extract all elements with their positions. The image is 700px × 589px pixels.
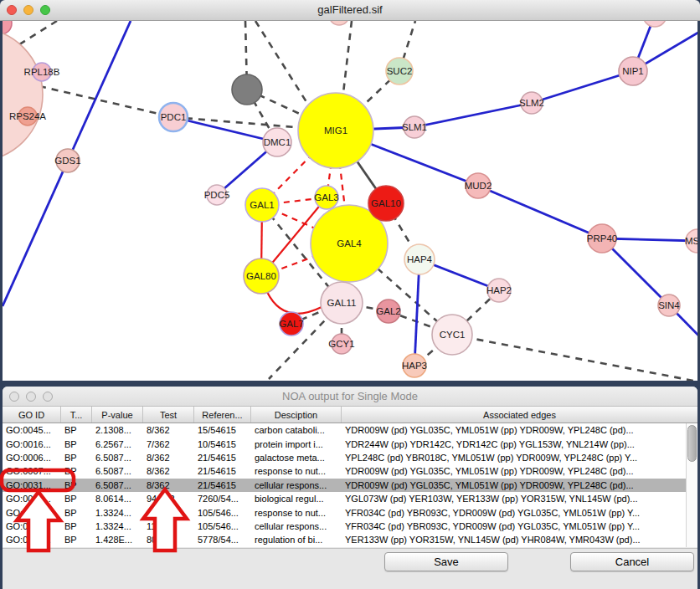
table-row[interactable]: GO:0031...BP1.3324...11/362105/546...cel… bbox=[3, 520, 697, 533]
cell-ref: 5778/54... bbox=[194, 535, 251, 545]
network-edge[interactable] bbox=[532, 71, 633, 103]
noa-button-bar: Save Cancel bbox=[3, 548, 697, 589]
column-header-4[interactable]: Referen... bbox=[194, 407, 251, 423]
node-label-SLM1: SLM1 bbox=[402, 122, 427, 132]
table-row[interactable]: GO:0045...BP2.1308...8/36215/54615carbon… bbox=[3, 423, 697, 437]
node-label-RPS24A: RPS24A bbox=[9, 111, 46, 121]
network-node-trnode[interactable] bbox=[643, 21, 667, 27]
cell-ref: 10/54615 bbox=[194, 439, 251, 449]
cell-desc: protein import i... bbox=[251, 439, 342, 449]
cancel-button[interactable]: Cancel bbox=[570, 552, 694, 571]
cell-ref: 21/54615 bbox=[194, 453, 251, 463]
cell-test: 8/362 bbox=[143, 480, 194, 490]
noa-table-body-wrap: GO:0045...BP2.1308...8/36215/54615carbon… bbox=[3, 423, 697, 547]
node-label-CYC1: CYC1 bbox=[440, 330, 466, 340]
cell-type: BP bbox=[61, 508, 92, 518]
node-label-DMC1: DMC1 bbox=[264, 137, 291, 147]
network-edge[interactable] bbox=[255, 21, 308, 105]
column-header-5[interactable]: Desciption bbox=[251, 407, 342, 423]
network-edge[interactable] bbox=[452, 335, 693, 381]
table-row[interactable]: GO:0050...BP1.428E...80/3625778/54...reg… bbox=[3, 533, 697, 546]
network-edge[interactable] bbox=[267, 292, 322, 314]
table-row[interactable]: GO:0031...BP1.3324...11/362105/546...res… bbox=[3, 505, 697, 519]
column-header-1[interactable]: T... bbox=[61, 407, 92, 423]
network-edge[interactable] bbox=[39, 86, 173, 117]
node-label-PRP40: PRP40 bbox=[587, 233, 617, 243]
cell-test: 11/362 bbox=[143, 508, 194, 518]
table-row[interactable]: GO:0065...BP8.0614...94/3627260/54...bio… bbox=[3, 492, 697, 505]
cell-desc: response to nut... bbox=[251, 508, 342, 518]
table-row[interactable]: GO:0006...BP6.5087...8/36221/54615galact… bbox=[3, 451, 697, 464]
cell-ref: 21/54615 bbox=[194, 480, 251, 490]
node-label-SUC2: SUC2 bbox=[387, 66, 413, 76]
cell-edges: YPL248C (pd) YBR018C, YML051W (pp) YDR00… bbox=[342, 453, 697, 463]
network-canvas[interactable]: RPL18BRPS24AGDS1PDC1DMC1MIG1SUC2SLM1SLM2… bbox=[3, 21, 697, 381]
cell-edges: YDR244W (pp) YDR142C, YDR142C (pp) YGL15… bbox=[342, 439, 697, 449]
cell-type: BP bbox=[61, 466, 92, 476]
node-label-SIN4: SIN4 bbox=[658, 300, 680, 310]
scrollbar-thumb[interactable] bbox=[687, 425, 697, 462]
network-node-bigleft[interactable] bbox=[3, 28, 43, 161]
table-scrollbar[interactable] bbox=[686, 423, 697, 547]
node-label-GDS1: GDS1 bbox=[54, 156, 80, 166]
node-label-GAL11: GAL11 bbox=[327, 298, 357, 308]
network-node-tmnode[interactable] bbox=[329, 21, 349, 25]
cell-desc: cellular respons... bbox=[251, 480, 342, 490]
cell-type: BP bbox=[61, 453, 92, 463]
node-label-GAL80: GAL80 bbox=[246, 271, 276, 281]
cell-test: 94/362 bbox=[143, 494, 194, 504]
cell-ref: 105/546... bbox=[194, 521, 251, 531]
column-header-6[interactable]: Associated edges bbox=[342, 407, 697, 423]
network-node-dark[interactable] bbox=[232, 74, 262, 105]
network-edge[interactable] bbox=[414, 259, 419, 366]
cell-go: GO:0045... bbox=[3, 425, 61, 435]
cell-type: BP bbox=[61, 425, 92, 435]
cell-edges: YDR009W (pd) YGL035C, YML051W (pp) YDR00… bbox=[342, 425, 697, 435]
cell-ref: 21/54615 bbox=[194, 466, 251, 476]
column-header-3[interactable]: Test bbox=[143, 407, 194, 423]
cell-edges: YGL073W (pd) YER103W, YER133W (pp) YOR31… bbox=[342, 494, 697, 504]
cell-edges: YDR009W (pd) YGL035C, YML051W (pp) YDR00… bbox=[342, 480, 697, 490]
network-edge[interactable] bbox=[14, 21, 57, 48]
network-edge[interactable] bbox=[68, 21, 131, 161]
noa-table-header: GO IDT...P-valueTestReferen...Desciption… bbox=[3, 407, 697, 423]
network-edge[interactable] bbox=[343, 21, 352, 93]
node-label-GAL1: GAL1 bbox=[250, 200, 274, 210]
save-button[interactable]: Save bbox=[384, 552, 508, 571]
cell-edges: YFR034C (pd) YBR093C, YDR009W (pd) YGL03… bbox=[342, 521, 697, 531]
network-node-corner[interactable] bbox=[3, 21, 12, 34]
column-header-2[interactable]: P-value bbox=[92, 407, 143, 423]
network-window-titlebar[interactable]: galFiltered.sif bbox=[0, 0, 700, 21]
node-label-GAL7: GAL7 bbox=[279, 319, 303, 329]
noa-window: NOA output for Single Mode GO IDT...P-va… bbox=[3, 387, 697, 589]
cell-ref: 15/54615 bbox=[194, 425, 251, 435]
node-label-PDC1: PDC1 bbox=[161, 112, 187, 122]
noa-window-title: NOA output for Single Mode bbox=[3, 390, 697, 402]
table-row[interactable]: GO:0031...BP6.5087...8/36221/54615cellul… bbox=[3, 479, 697, 492]
cell-test: 11/362 bbox=[143, 521, 194, 531]
column-header-0[interactable]: GO ID bbox=[3, 407, 61, 423]
node-label-GAL4: GAL4 bbox=[337, 238, 362, 248]
noa-window-titlebar[interactable]: NOA output for Single Mode bbox=[3, 387, 697, 407]
cell-type: BP bbox=[61, 439, 92, 449]
cell-type: BP bbox=[61, 494, 92, 504]
node-label-PDC5: PDC5 bbox=[204, 190, 230, 200]
cell-test: 8/362 bbox=[143, 425, 194, 435]
table-row[interactable]: GO:0016...BP6.2567...7/36210/54615protei… bbox=[3, 437, 697, 450]
network-edge[interactable] bbox=[478, 186, 602, 238]
cell-desc: biological regul... bbox=[251, 494, 342, 504]
noa-table-body: GO:0045...BP2.1308...8/36215/54615carbon… bbox=[3, 423, 697, 547]
node-label-GAL10: GAL10 bbox=[371, 198, 401, 208]
cell-desc: regulation of bi... bbox=[251, 535, 342, 545]
cell-go: GO:0016... bbox=[3, 439, 61, 449]
cell-go: GO:0031... bbox=[3, 508, 61, 518]
table-row[interactable]: GO:0007...BP6.5087...8/36221/54615respon… bbox=[3, 464, 697, 478]
network-edge[interactable] bbox=[414, 103, 532, 127]
network-edge[interactable] bbox=[3, 161, 68, 306]
node-label-GCY1: GCY1 bbox=[328, 339, 354, 349]
cell-edges: YFR034C (pd) YBR093C, YDR009W (pd) YGL03… bbox=[342, 508, 697, 518]
node-label-HAP3: HAP3 bbox=[402, 361, 427, 371]
cell-type: BP bbox=[61, 480, 92, 490]
cell-test: 7/362 bbox=[143, 439, 194, 449]
cell-edges: YER133W (pp) YOR315W, YNL145W (pd) YHR08… bbox=[342, 535, 697, 545]
